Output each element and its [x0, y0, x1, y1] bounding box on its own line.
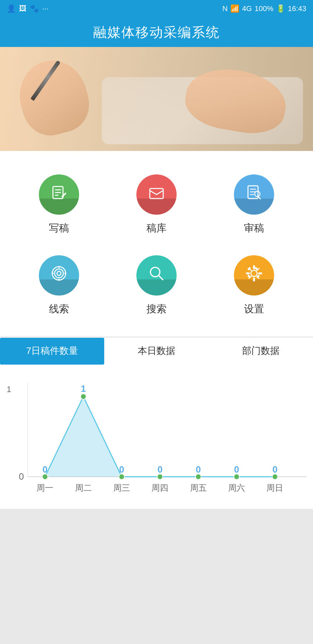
svg-text:周五: 周五	[190, 483, 207, 492]
tabs-section: 7日稿件数量 本日数据 部门数据	[0, 337, 313, 365]
svg-text:0: 0	[196, 465, 201, 475]
draft-icon-circle	[136, 174, 177, 215]
search-icon-circle	[136, 255, 177, 296]
tab-department[interactable]: 部门数据	[209, 338, 313, 365]
tabs-row: 7日稿件数量 本日数据 部门数据	[0, 338, 313, 365]
svg-point-19	[150, 267, 160, 277]
svg-point-14	[57, 271, 61, 275]
hero-image	[0, 47, 313, 151]
user-icon: 👤	[7, 4, 16, 13]
svg-text:0: 0	[43, 465, 48, 475]
svg-rect-5	[150, 189, 163, 199]
status-left-icons: 👤 🖼 🐾 ···	[7, 4, 48, 13]
svg-text:0: 0	[119, 465, 124, 475]
battery-icon: 🔋	[276, 4, 285, 13]
svg-text:周二: 周二	[75, 483, 92, 492]
more-icon: ···	[42, 4, 48, 13]
battery-text: 100%	[255, 4, 273, 13]
svg-point-13	[55, 269, 63, 278]
svg-text:周日: 周日	[266, 483, 283, 492]
nfc-icon: N	[222, 4, 228, 13]
svg-text:周三: 周三	[113, 483, 130, 492]
svg-rect-30	[247, 274, 251, 278]
draft-icon	[148, 184, 165, 205]
svg-text:0: 0	[272, 465, 277, 475]
svg-text:0: 0	[19, 472, 24, 482]
svg-point-11	[255, 191, 260, 197]
svg-rect-25	[246, 272, 249, 274]
svg-rect-26	[259, 272, 262, 274]
review-icon-circle	[234, 174, 274, 215]
app-title: 融媒体移动采编系统	[93, 23, 220, 42]
svg-marker-4	[61, 193, 66, 198]
clock: 16:43	[288, 4, 306, 13]
review-label: 审稿	[244, 221, 264, 235]
wifi-icon: 📶	[230, 4, 239, 13]
chart-section: 1 0 1 0 0 0 0	[0, 365, 313, 509]
settings-icon	[245, 265, 263, 286]
menu-grid: 写稿 稿库	[10, 164, 303, 326]
svg-point-36	[80, 394, 86, 399]
settings-icon-circle	[234, 255, 274, 296]
clue-icon	[50, 265, 68, 286]
svg-rect-23	[253, 265, 255, 269]
svg-point-40	[234, 474, 240, 480]
write-icon	[50, 184, 68, 205]
svg-text:周四: 周四	[151, 483, 168, 492]
review-icon	[245, 184, 263, 205]
app-header: 融媒体移动采编系统	[0, 17, 313, 47]
svg-text:0: 0	[234, 465, 239, 475]
svg-point-41	[272, 474, 278, 480]
svg-line-20	[159, 275, 163, 280]
clue-label: 线索	[49, 302, 69, 316]
svg-text:1: 1	[81, 384, 86, 394]
write-label: 写稿	[49, 221, 69, 235]
svg-rect-24	[253, 278, 255, 281]
menu-item-search[interactable]: 搜索	[108, 245, 205, 326]
image-icon: 🖼	[19, 4, 26, 13]
menu-section: 写稿 稿库	[0, 151, 313, 336]
settings-label: 设置	[244, 302, 264, 316]
svg-point-35	[42, 474, 48, 480]
status-bar: 👤 🖼 🐾 ··· N 📶 4G 100% 🔋 16:43	[0, 0, 313, 17]
write-icon-circle	[39, 174, 79, 215]
search-icon	[148, 265, 165, 286]
chart-y-max: 1	[7, 385, 11, 394]
clue-icon-circle	[39, 255, 79, 296]
menu-item-clue[interactable]: 线索	[10, 245, 108, 326]
paw-icon: 🐾	[30, 4, 39, 13]
menu-item-draft[interactable]: 稿库	[108, 164, 205, 245]
chart-container: 1 0 1 0 0 0 0	[7, 375, 306, 502]
status-right-info: N 📶 4G 100% 🔋 16:43	[222, 4, 306, 13]
svg-text:周一: 周一	[37, 483, 53, 492]
tab-seven-day[interactable]: 7日稿件数量	[0, 338, 104, 365]
svg-point-38	[157, 474, 163, 480]
menu-item-review[interactable]: 审稿	[205, 164, 303, 245]
svg-text:0: 0	[158, 465, 163, 475]
tab-today[interactable]: 本日数据	[104, 338, 208, 365]
svg-point-31	[251, 270, 257, 276]
svg-point-37	[119, 474, 125, 480]
menu-item-settings[interactable]: 设置	[205, 245, 303, 326]
svg-text:周六: 周六	[228, 483, 245, 492]
svg-point-39	[195, 474, 201, 480]
draft-label: 稿库	[146, 221, 167, 235]
signal-icon: 4G	[242, 4, 252, 13]
chart-svg: 0 1 0 0 0 0 0 0 周一 周二 周三 周四 周五 周六 周日	[7, 375, 306, 502]
search-label: 搜索	[146, 302, 167, 316]
menu-item-write[interactable]: 写稿	[10, 164, 108, 245]
bottom-area	[0, 509, 313, 644]
